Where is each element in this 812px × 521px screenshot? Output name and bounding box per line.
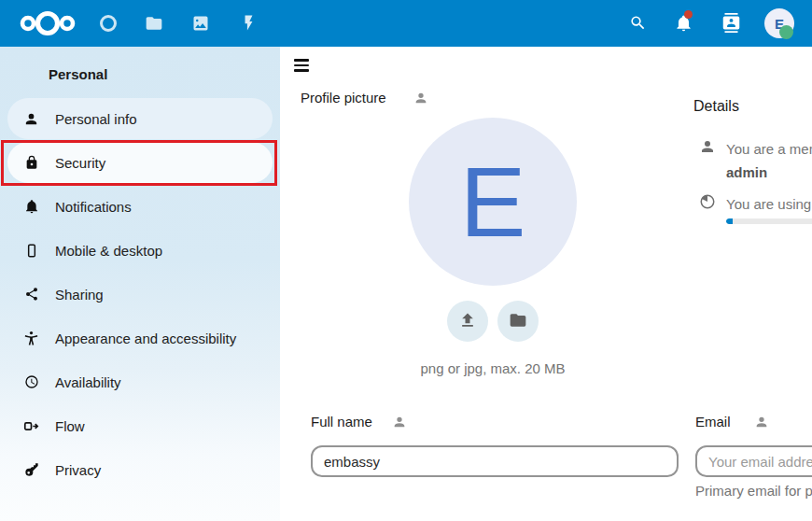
sidebar-item-security[interactable]: Security	[7, 142, 273, 183]
email-label: Email	[695, 414, 731, 429]
online-status-dot	[779, 25, 793, 39]
full-name-label: Full name	[311, 414, 372, 429]
notification-badge	[684, 10, 693, 19]
sidebar-item-personal-info[interactable]: Personal info	[7, 98, 273, 139]
sidebar-item-label: Appearance and accessibility	[55, 331, 236, 346]
nextcloud-settings-window: E Personal Personal info Security Notifi…	[0, 0, 812, 521]
full-name-input[interactable]	[311, 445, 679, 477]
clock-icon	[23, 374, 39, 390]
quota-progress-bar	[726, 218, 812, 224]
dashboard-icon[interactable]	[100, 15, 117, 32]
sidebar-item-availability[interactable]: Availability	[7, 361, 273, 402]
contacts-icon[interactable]	[721, 13, 741, 33]
email-input[interactable]	[695, 445, 812, 477]
lock-icon	[23, 155, 39, 171]
scope-icon[interactable]	[754, 415, 769, 429]
quota-icon	[699, 193, 716, 210]
sidebar-toggle-icon[interactable]	[294, 59, 309, 72]
sidebar-item-label: Personal info	[55, 111, 137, 127]
sidebar-item-sharing[interactable]: Sharing	[7, 274, 273, 315]
profile-avatar: E	[409, 118, 577, 286]
groups-value: admin	[726, 164, 767, 180]
sidebar-item-label: Notifications	[55, 199, 132, 215]
quota-progress-fill	[726, 218, 733, 224]
upload-avatar-button[interactable]	[447, 301, 488, 342]
group-member-icon	[699, 138, 716, 155]
sidebar-item-flow[interactable]: Flow	[7, 405, 273, 446]
choose-from-files-button[interactable]	[497, 301, 539, 342]
activity-icon[interactable]	[240, 13, 258, 33]
key-icon	[23, 462, 39, 478]
share-icon	[23, 287, 39, 303]
accessibility-icon	[23, 331, 39, 346]
profile-avatar-initial: E	[460, 146, 526, 259]
sidebar-item-label: Flow	[55, 418, 85, 434]
upload-icon	[458, 311, 477, 332]
scope-icon[interactable]	[413, 91, 428, 106]
phone-icon	[23, 243, 39, 259]
quota-text: You are using 1	[726, 196, 812, 212]
account-icon	[23, 111, 39, 127]
settings-sidebar: Personal Personal info Security Notifica…	[0, 47, 280, 521]
search-icon[interactable]	[629, 14, 647, 32]
details-heading: Details	[693, 98, 739, 115]
sidebar-item-appearance-accessibility[interactable]: Appearance and accessibility	[7, 317, 273, 359]
sidebar-item-privacy[interactable]: Privacy	[7, 449, 273, 490]
avatar-upload-hint: png or jpg, max. 20 MB	[409, 360, 577, 376]
scope-icon[interactable]	[392, 415, 407, 429]
sidebar-item-label: Security	[55, 155, 105, 171]
groups-text: You are a member of the following groups…	[726, 141, 812, 157]
profile-picture-label: Profile picture	[301, 90, 386, 106]
sidebar-item-label: Sharing	[55, 287, 104, 303]
email-helper-text: Primary email for password reset and not…	[695, 483, 812, 499]
photos-icon[interactable]	[191, 14, 210, 33]
flow-icon	[23, 418, 39, 434]
sidebar-item-mobile-desktop[interactable]: Mobile & desktop	[7, 230, 273, 271]
sidebar-item-label: Mobile & desktop	[55, 243, 162, 259]
sidebar-item-label: Privacy	[55, 462, 101, 478]
sidebar-item-notifications[interactable]: Notifications	[7, 186, 273, 227]
folder-icon	[509, 311, 527, 332]
personal-info-content: Profile picture E png or jpg, max. 20 MB…	[280, 47, 812, 521]
sidebar-item-label: Availability	[55, 374, 121, 390]
bell-icon	[23, 199, 39, 215]
sidebar-heading: Personal	[49, 66, 107, 82]
files-icon[interactable]	[145, 14, 163, 33]
top-header-bar: E	[0, 0, 812, 47]
nextcloud-logo[interactable]	[19, 8, 77, 38]
